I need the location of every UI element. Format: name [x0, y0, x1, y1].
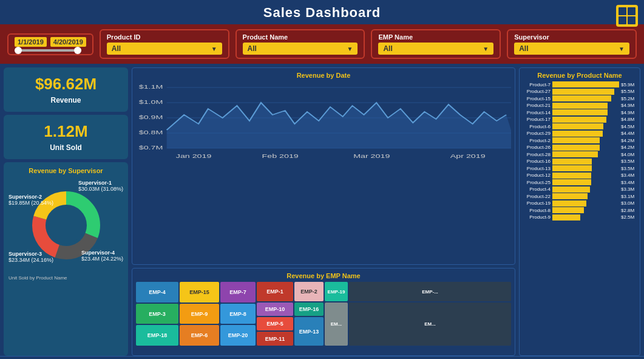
bar-value: $3.5M [619, 159, 636, 164]
chevron-down-icon: ▼ [347, 46, 353, 52]
list-item: Product-29 $4.4M [523, 131, 636, 137]
list-item: Product-25 $3.4M [523, 179, 636, 185]
list-item: Product-8 $2.8M [523, 207, 636, 213]
bar-value: $4.4M [619, 131, 636, 136]
bar-fill [552, 95, 611, 101]
treemap-emp13: EMP-13 [294, 317, 324, 346]
revenue-label: Revenue [11, 96, 121, 104]
slider-thumb-left[interactable] [15, 47, 22, 54]
bar-fill [552, 151, 598, 157]
bar-value: $4.8M [619, 117, 636, 122]
emp-name-select[interactable]: All ▼ [378, 43, 493, 55]
supervisor-filter[interactable]: Supervisor All ▼ [507, 29, 637, 59]
revenue-kpi: $96.62M Revenue [4, 67, 128, 112]
bar-track [552, 117, 619, 123]
bar-value: $5.2M [619, 96, 636, 101]
page-title: Sales Dashboard [263, 5, 381, 20]
treemap-emp20: EMP-20 [220, 325, 256, 346]
filter-bar: 1/1/2019 4/20/2019 Product ID All ▼ Prod… [0, 24, 644, 64]
treemap-emp4: EMP-4 [136, 282, 178, 303]
svg-text:$0.7M: $0.7M [139, 145, 163, 151]
bar-label: Product-19 [523, 200, 552, 206]
bar-fill [552, 137, 600, 143]
emp-name-filter[interactable]: EMP Name All ▼ [371, 29, 501, 59]
treemap-emp15: EMP-15 [180, 282, 219, 303]
bar-track [552, 145, 619, 151]
treemap-emp3: EMP-3 [136, 304, 178, 324]
date-slider[interactable] [15, 49, 81, 52]
bar-fill [552, 89, 614, 95]
list-item: Product-22 $3.1M [523, 193, 636, 199]
bar-label: Product-7 [523, 82, 552, 87]
bar-label: Product-12 [523, 173, 552, 178]
bar-fill [552, 179, 591, 185]
bar-track [552, 173, 619, 179]
supervisor-select[interactable]: All ▼ [514, 43, 629, 55]
bar-value: $4.9M [619, 103, 636, 108]
product-id-select[interactable]: All ▼ [107, 43, 222, 55]
treemap-emp8: EMP-8 [220, 304, 256, 324]
supervisor-1-label: Supervisor-1 $30.03M (31.08%) [78, 180, 123, 192]
date-filter[interactable]: 1/1/2019 4/20/2019 [7, 33, 93, 55]
treemap-emp18: EMP-18 [136, 325, 178, 346]
bar-track [552, 123, 619, 129]
units-value: 1.12M [11, 122, 121, 141]
treemap-emp10: EMP-10 [257, 303, 293, 316]
list-item: Product-4 $3.3M [523, 186, 636, 193]
bar-track [552, 81, 619, 87]
list-item: Product-19 $3.0M [523, 200, 636, 207]
bar-fill [552, 109, 608, 115]
bar-fill [552, 165, 592, 171]
right-panel: Revenue by Product Name Product-7 $5.9M … [519, 67, 640, 356]
bar-value: $2.8M [619, 208, 636, 213]
ticker-bar: Product-741658Product-840672Product-7405… [0, 356, 644, 359]
list-item: Product-15 $5.2M [523, 95, 636, 101]
bar-fill [552, 207, 584, 213]
emp-name-value: All [383, 44, 392, 53]
svg-text:Apr 2019: Apr 2019 [450, 153, 486, 160]
bar-fill [552, 131, 603, 137]
bar-value: $3.3M [619, 186, 636, 192]
revenue-product-title: Revenue by Product Name [523, 72, 636, 79]
bar-label: Product-26 [523, 145, 552, 150]
date-start: 1/1/2019 [15, 37, 47, 47]
bar-label: Product-13 [523, 166, 552, 171]
bar-value: $4.9M [619, 110, 636, 115]
bar-value: $4.2M [619, 145, 636, 150]
product-name-filter[interactable]: Product Name All ▼ [236, 29, 365, 59]
center-panel: Revenue by Date $1.1M $1.0M $0.9M $0.8M … [132, 67, 515, 356]
list-item: Product-28 $4.0M [523, 151, 636, 157]
slider-thumb-right[interactable] [74, 47, 81, 54]
product-name-select[interactable]: All ▼ [243, 43, 358, 55]
bar-fill [552, 214, 580, 221]
treemap-emp11: EMP-11 [257, 332, 293, 346]
date-end: 4/20/2019 [50, 37, 86, 47]
bar-value: $3.4M [619, 180, 636, 185]
product-name-value: All [248, 44, 257, 53]
bar-track [552, 103, 619, 109]
bar-track [552, 179, 619, 185]
bar-value: $3.1M [619, 194, 636, 199]
bar-fill [552, 159, 592, 165]
treemap-emp7: EMP-7 [220, 282, 256, 303]
svg-text:$1.0M: $1.0M [139, 99, 163, 106]
bar-value: $2.5M [619, 214, 636, 220]
main-content: $96.62M Revenue 1.12M Unit Sold Revenue … [0, 64, 644, 356]
bar-track [552, 89, 619, 95]
units-label: Unit Sold [11, 143, 121, 152]
bar-fill [552, 81, 619, 87]
bar-label: Product-2 [523, 138, 552, 143]
bar-track [552, 186, 619, 193]
bar-label: Product-29 [523, 131, 552, 136]
bar-track [552, 165, 619, 171]
treemap-container: EMP-4 EMP-3 EMP-18 EMP-15 EMP-9 EMP-6 EM… [136, 282, 511, 346]
list-item: Product-17 $4.8M [523, 117, 636, 123]
product-id-filter[interactable]: Product ID All ▼ [100, 29, 229, 59]
bar-label: Product-6 [523, 124, 552, 129]
unit-sold-note: Unit Sold by Product Name [8, 275, 123, 281]
list-item: Product-16 $3.5M [523, 159, 636, 165]
bar-track [552, 151, 619, 157]
product-name-label: Product Name [243, 33, 358, 41]
supervisor-4-label: Supervisor-4 $23.4M (24.22%) [81, 250, 123, 262]
svg-text:$0.8M: $0.8M [139, 129, 163, 136]
